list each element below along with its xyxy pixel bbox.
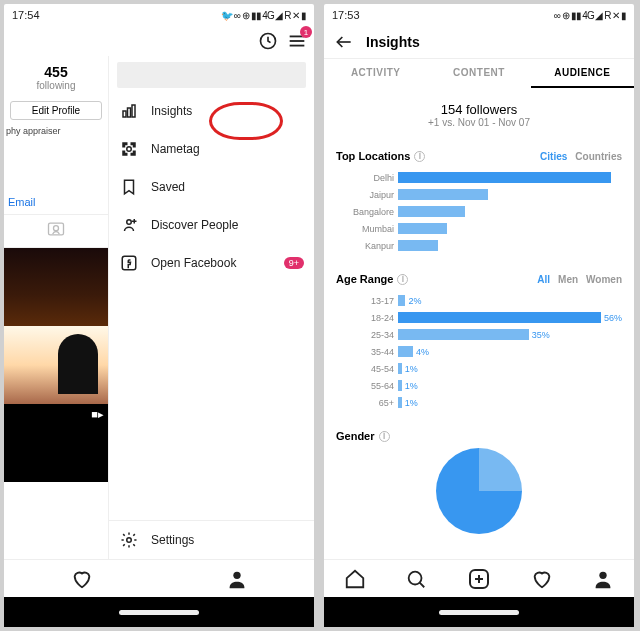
tab-content[interactable]: CONTENT bbox=[427, 59, 530, 88]
post-thumb-2[interactable] bbox=[4, 326, 108, 404]
bar-row: 18-2456% bbox=[336, 310, 622, 325]
menu-item-nametag[interactable]: Nametag bbox=[109, 130, 314, 168]
insights-icon bbox=[119, 102, 139, 120]
saved-icon bbox=[119, 178, 139, 196]
bar-value: 1% bbox=[405, 381, 418, 391]
bar-fill bbox=[398, 240, 438, 251]
menu-item-insights[interactable]: Insights bbox=[109, 92, 314, 130]
gender-pie-chart bbox=[436, 448, 522, 534]
bar-row: 13-172% bbox=[336, 293, 622, 308]
section-title: Age Range bbox=[336, 273, 393, 285]
discover-icon bbox=[119, 216, 139, 234]
bar-fill bbox=[398, 346, 413, 357]
menu-label: Saved bbox=[151, 180, 185, 194]
heart-icon[interactable] bbox=[71, 568, 93, 590]
status-bar: 17:53 ∞ ⊕ ▮▮ 4G ◢ R ✕ ▮ bbox=[324, 4, 634, 26]
info-icon[interactable]: i bbox=[414, 151, 425, 162]
svg-line-18 bbox=[420, 582, 425, 587]
home-icon[interactable] bbox=[344, 568, 366, 590]
bar-fill bbox=[398, 206, 465, 217]
menu-item-discover[interactable]: Discover People bbox=[109, 206, 314, 244]
svg-point-22 bbox=[600, 571, 607, 578]
bar-label: 13-17 bbox=[336, 296, 394, 306]
filter-all[interactable]: All bbox=[537, 274, 550, 285]
info-icon[interactable]: i bbox=[397, 274, 408, 285]
filter-women[interactable]: Women bbox=[586, 274, 622, 285]
tagged-tab-icon[interactable] bbox=[4, 214, 108, 248]
insights-title: Insights bbox=[366, 34, 420, 50]
menu-icon[interactable]: 1 bbox=[286, 30, 308, 52]
section-title: Gender bbox=[336, 430, 375, 442]
svg-point-5 bbox=[54, 226, 59, 231]
bar-fill bbox=[398, 189, 488, 200]
info-icon[interactable]: i bbox=[379, 431, 390, 442]
right-phone: 17:53 ∞ ⊕ ▮▮ 4G ◢ R ✕ ▮ Insights ACTIVIT… bbox=[324, 4, 634, 627]
section-title: Top Locations bbox=[336, 150, 410, 162]
bar-row: 35-444% bbox=[336, 344, 622, 359]
home-pill[interactable] bbox=[119, 610, 199, 615]
bar-fill bbox=[398, 380, 402, 391]
facebook-badge: 9+ bbox=[284, 257, 304, 269]
bar-label: Jaipur bbox=[336, 190, 394, 200]
post-thumb-1[interactable] bbox=[4, 248, 108, 326]
followers-delta: +1 vs. Nov 01 - Nov 07 bbox=[324, 117, 634, 128]
following-count: 455 bbox=[4, 64, 108, 80]
bar-fill bbox=[398, 363, 402, 374]
followers-summary: 154 followers +1 vs. Nov 01 - Nov 07 bbox=[324, 88, 634, 142]
gear-icon bbox=[119, 531, 139, 549]
email-button[interactable]: Email bbox=[4, 190, 108, 214]
bar-row: Bangalore bbox=[336, 204, 622, 219]
tab-activity[interactable]: ACTIVITY bbox=[324, 59, 427, 88]
post-thumb-3[interactable]: ■▸ bbox=[4, 404, 108, 482]
heart-icon[interactable] bbox=[531, 568, 553, 590]
bar-label: Mumbai bbox=[336, 224, 394, 234]
tab-audience[interactable]: AUDIENCE bbox=[531, 59, 634, 88]
menu-item-saved[interactable]: Saved bbox=[109, 168, 314, 206]
bar-fill bbox=[398, 397, 402, 408]
bar-value: 35% bbox=[532, 330, 550, 340]
profile-icon[interactable] bbox=[592, 568, 614, 590]
svg-point-14 bbox=[127, 538, 132, 543]
menu-username[interactable] bbox=[117, 62, 306, 88]
bar-fill bbox=[398, 329, 529, 340]
bar-label: Delhi bbox=[336, 173, 394, 183]
video-icon: ■▸ bbox=[91, 408, 104, 421]
edit-profile-button[interactable]: Edit Profile bbox=[10, 101, 102, 120]
bar-value: 56% bbox=[604, 313, 622, 323]
svg-rect-4 bbox=[49, 223, 64, 235]
filter-countries[interactable]: Countries bbox=[575, 151, 622, 162]
bar-fill bbox=[398, 295, 405, 306]
menu-item-open-facebook[interactable]: Open Facebook 9+ bbox=[109, 244, 314, 282]
svg-point-15 bbox=[233, 571, 240, 578]
bar-label: Kanpur bbox=[336, 241, 394, 251]
filter-cities[interactable]: Cities bbox=[540, 151, 567, 162]
following-stat[interactable]: 455 following bbox=[4, 56, 108, 99]
gender-section: Gender i bbox=[324, 422, 634, 542]
insights-tabs: ACTIVITY CONTENT AUDIENCE bbox=[324, 59, 634, 88]
bottom-nav bbox=[324, 559, 634, 597]
svg-point-17 bbox=[409, 571, 422, 584]
followers-count: 154 followers bbox=[324, 102, 634, 117]
age-range-section: Age Range i All Men Women 13-172%18-2456… bbox=[324, 265, 634, 422]
profile-icon[interactable] bbox=[226, 568, 248, 590]
bar-label: 55-64 bbox=[336, 381, 394, 391]
search-icon[interactable] bbox=[405, 568, 427, 590]
activity-icon[interactable] bbox=[258, 31, 278, 51]
profile-column: 455 following Edit Profile phy appraiser… bbox=[4, 56, 108, 559]
menu-label: Settings bbox=[151, 533, 194, 547]
back-icon[interactable] bbox=[334, 32, 354, 52]
bar-fill bbox=[398, 223, 447, 234]
add-post-icon[interactable] bbox=[467, 567, 491, 591]
filter-men[interactable]: Men bbox=[558, 274, 578, 285]
bar-row: 55-641% bbox=[336, 378, 622, 393]
android-nav bbox=[4, 597, 314, 627]
svg-rect-6 bbox=[123, 111, 126, 117]
nametag-icon bbox=[119, 140, 139, 158]
facebook-icon bbox=[119, 254, 139, 272]
bar-fill bbox=[398, 312, 601, 323]
home-pill[interactable] bbox=[439, 610, 519, 615]
bar-value: 1% bbox=[405, 364, 418, 374]
age-range-chart: 13-172%18-2456%25-3435%35-444%45-541%55-… bbox=[336, 285, 622, 414]
menu-item-settings[interactable]: Settings bbox=[109, 520, 314, 559]
bar-row: 65+1% bbox=[336, 395, 622, 410]
